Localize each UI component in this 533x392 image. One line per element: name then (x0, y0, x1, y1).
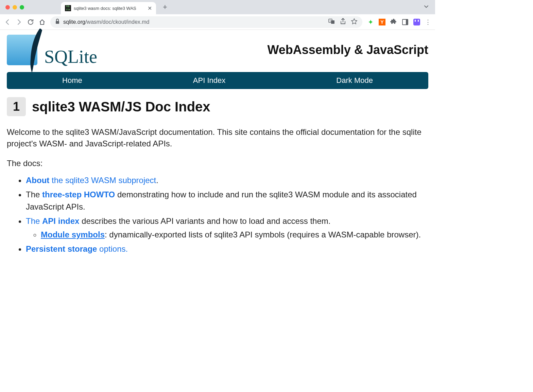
list-item: About the sqlite3 WASM subproject. (26, 174, 428, 186)
tab-close-icon[interactable]: ✕ (148, 5, 152, 12)
bookmark-star-icon[interactable] (351, 18, 358, 26)
extensions-menu-icon[interactable] (390, 19, 397, 25)
reload-button[interactable] (27, 19, 34, 25)
list-item: The API index describes the various API … (26, 215, 428, 241)
extension-purple-icon[interactable] (413, 19, 420, 25)
extension-green-star-icon[interactable]: ✦ (367, 19, 374, 25)
browser-chrome: SQLite sqlite3 wasm docs: sqlite3 WAS ✕ … (0, 0, 435, 30)
module-symbols-link[interactable]: Module symbols (41, 230, 105, 239)
main-content: 1 sqlite3 WASM/JS Doc Index Welcome to t… (0, 92, 435, 260)
page-content: SQLite WebAssembly & JavaScript Home API… (0, 30, 435, 260)
tabs-chevron-icon[interactable] (421, 4, 432, 11)
api-index-link[interactable]: The API index (26, 216, 79, 226)
address-bar[interactable]: sqlite.org/wasm/doc/ckout/index.md G (50, 16, 362, 28)
feather-icon (28, 29, 44, 73)
list-item: Module symbols: dynamically-exported lis… (41, 229, 428, 241)
svg-rect-5 (406, 19, 408, 25)
intro-paragraph: Welcome to the sqlite3 WASM/JavaScript d… (7, 126, 428, 149)
persistent-storage-link[interactable]: Persistent storage options. (26, 244, 128, 253)
docs-list: About the sqlite3 WASM subproject. The t… (7, 174, 428, 255)
list-item: Persistent storage options. (26, 243, 428, 255)
section-heading: 1 sqlite3 WASM/JS Doc Index (7, 97, 428, 116)
svg-text:G: G (330, 20, 331, 22)
side-panel-icon[interactable] (402, 19, 409, 25)
home-button[interactable] (39, 19, 46, 25)
tab-title: sqlite3 wasm docs: sqlite3 WAS (74, 6, 145, 11)
docs-label: The docs: (7, 159, 428, 168)
nav-home[interactable]: Home (62, 76, 82, 85)
back-button[interactable] (4, 19, 11, 25)
svg-rect-2 (331, 20, 334, 24)
share-icon[interactable] (340, 18, 346, 26)
page-title: WebAssembly & JavaScript (267, 43, 428, 57)
translate-icon[interactable]: G (328, 18, 335, 26)
howto-link[interactable]: three-step HOWTO (42, 190, 115, 199)
tab-bar: SQLite sqlite3 wasm docs: sqlite3 WAS ✕ … (0, 0, 435, 14)
section-title: sqlite3 WASM/JS Doc Index (32, 99, 210, 114)
address-bar-icons: G (328, 18, 358, 26)
forward-button[interactable] (16, 19, 22, 25)
nav-api-index[interactable]: API Index (193, 76, 225, 85)
minimize-window-icon[interactable] (13, 5, 17, 10)
maximize-window-icon[interactable] (20, 5, 24, 10)
close-window-icon[interactable] (5, 5, 10, 10)
navbar: Home API Index Dark Mode (7, 72, 428, 89)
logo-text: SQLite (44, 46, 97, 67)
new-tab-button[interactable]: + (159, 3, 171, 12)
lock-icon (55, 19, 60, 25)
sqlite-logo[interactable]: SQLite (7, 35, 97, 65)
favicon-icon: SQLite (65, 5, 71, 11)
logo-box-icon (7, 35, 37, 65)
list-item: The three-step HOWTO demonstrating how t… (26, 189, 428, 213)
extension-hn-icon[interactable]: Y (379, 19, 385, 25)
nav-dark-mode[interactable]: Dark Mode (336, 76, 373, 85)
window-controls (5, 5, 24, 10)
svg-rect-0 (56, 21, 59, 24)
url-text: sqlite.org/wasm/doc/ckout/index.md (63, 19, 149, 25)
browser-tab[interactable]: SQLite sqlite3 wasm docs: sqlite3 WAS ✕ (61, 2, 156, 14)
extension-icons: ✦ Y ⋮ (367, 18, 431, 26)
toolbar: sqlite.org/wasm/doc/ckout/index.md G ✦ Y (0, 14, 435, 30)
about-link[interactable]: About the sqlite3 WASM subproject (26, 176, 156, 185)
section-number: 1 (7, 97, 26, 116)
browser-menu-icon[interactable]: ⋮ (425, 18, 431, 26)
page-header: SQLite WebAssembly & JavaScript (0, 30, 435, 69)
